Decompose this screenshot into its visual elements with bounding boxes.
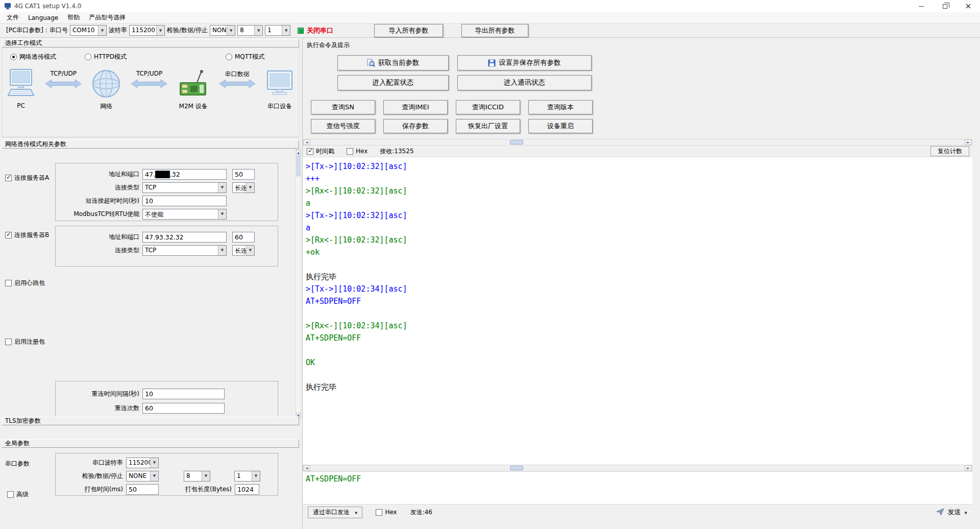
checkbox-checked-icon bbox=[5, 232, 12, 238]
save-params-button[interactable]: 保存参数 bbox=[383, 119, 448, 133]
scrollbar-thumb[interactable] bbox=[510, 466, 523, 470]
server-a-keepalive-select[interactable]: 长连接 bbox=[232, 182, 255, 193]
reconnect-count-input[interactable]: 60 bbox=[142, 403, 225, 414]
scroll-right-icon[interactable] bbox=[965, 465, 972, 471]
scroll-left-icon[interactable] bbox=[303, 465, 310, 471]
databits-select[interactable]: 8 bbox=[237, 25, 263, 36]
send-via-serial-button[interactable]: 通过串口发送 bbox=[308, 507, 362, 518]
chevron-down-icon[interactable] bbox=[246, 183, 254, 193]
topology-diagram: PC TCP/UDP bbox=[7, 69, 293, 111]
minimize-button[interactable] bbox=[910, 0, 933, 12]
chevron-down-icon[interactable] bbox=[254, 26, 262, 35]
baud-select[interactable]: 115200 bbox=[129, 25, 165, 36]
chevron-down-icon[interactable] bbox=[98, 26, 106, 35]
get-params-button[interactable]: 获取当前参数 bbox=[337, 55, 449, 70]
modbus-select[interactable]: 不使能 bbox=[142, 209, 227, 220]
global-parity-select[interactable]: NONE bbox=[126, 471, 159, 482]
global-baud-select[interactable]: 115200 bbox=[126, 458, 159, 468]
server-a-type-select[interactable]: TCP bbox=[142, 182, 227, 193]
chevron-down-icon[interactable] bbox=[202, 471, 210, 481]
chevron-down-icon[interactable] bbox=[218, 209, 226, 219]
menu-product-model[interactable]: 产品型号选择 bbox=[84, 12, 130, 23]
server-b-box: 地址和端口 47.93.32.32 60 连接类型 TCP 长连接 bbox=[55, 226, 278, 267]
reset-count-button[interactable]: 复位计数 bbox=[930, 146, 969, 156]
com-port-select[interactable]: COM10 bbox=[70, 25, 107, 36]
factory-reset-button[interactable]: 恢复出厂设置 bbox=[456, 119, 520, 133]
server-a-checkbox[interactable]: 连接服务器A bbox=[5, 174, 49, 182]
hex-display-checkbox[interactable]: Hex bbox=[347, 148, 368, 155]
server-b-port-input[interactable]: 60 bbox=[232, 232, 255, 243]
log-scrollbar-bottom[interactable] bbox=[303, 465, 972, 471]
reconnect-interval-input[interactable]: 10 bbox=[142, 389, 225, 399]
server-b-keepalive-select[interactable]: 长连接 bbox=[232, 245, 255, 256]
pack-len-input[interactable]: 1024 bbox=[235, 484, 259, 495]
restore-button[interactable] bbox=[933, 0, 957, 12]
log-line: 执行完毕 bbox=[306, 271, 971, 283]
workmode-section-header[interactable]: 选择工作模式 bbox=[2, 39, 299, 47]
heartbeat-checkbox[interactable]: 启用心跳包 bbox=[5, 279, 45, 287]
query-sn-button[interactable]: 查询SN bbox=[311, 100, 375, 114]
scroll-left-icon[interactable] bbox=[303, 139, 310, 145]
server-b-addr-label: 地址和端口 bbox=[57, 233, 142, 242]
global-stopbits-select[interactable]: 1 bbox=[234, 471, 260, 482]
register-packet-checkbox[interactable]: 启用注册包 bbox=[5, 338, 45, 346]
server-a-address-input[interactable]: 47.███.32 bbox=[142, 169, 227, 180]
bottom-spacer bbox=[303, 520, 972, 529]
send-input[interactable]: AT+SDPEN=OFF bbox=[303, 471, 972, 504]
stopbits-select[interactable]: 1 bbox=[265, 25, 290, 36]
enter-config-button[interactable]: 进入配置状态 bbox=[337, 75, 449, 90]
log-area[interactable]: >[Tx->][10:02:32][asc]+++>[Rx<-][10:02:3… bbox=[303, 157, 972, 465]
global-databits-select[interactable]: 8 bbox=[184, 471, 210, 482]
short-timeout-input[interactable]: 10 bbox=[142, 196, 227, 206]
scrollbar-thumb[interactable] bbox=[297, 156, 300, 176]
log-scrollbar-top[interactable] bbox=[303, 139, 972, 146]
radio-transparent-mode[interactable]: 网络透传模式 bbox=[10, 53, 56, 61]
import-params-button[interactable]: 导入所有参数 bbox=[374, 24, 443, 37]
chevron-down-icon[interactable] bbox=[150, 458, 158, 468]
left-panel-scrollbar[interactable] bbox=[296, 149, 301, 419]
chevron-down-icon[interactable] bbox=[246, 246, 254, 255]
pack-time-input[interactable]: 50 bbox=[126, 484, 159, 495]
net-params-section-header[interactable]: 网络透传模式相关参数 bbox=[2, 140, 299, 149]
global-section-header[interactable]: 全局参数 bbox=[2, 439, 299, 448]
sent-count: 发送:46 bbox=[410, 508, 432, 517]
scroll-right-icon[interactable] bbox=[965, 139, 972, 145]
send-hex-checkbox[interactable]: Hex bbox=[376, 509, 397, 516]
left-panel: 选择工作模式 网络透传模式 HTTPD模式 MQTT模式 bbox=[0, 38, 302, 529]
parity-select[interactable]: NONI bbox=[210, 25, 235, 36]
close-button[interactable] bbox=[957, 0, 980, 12]
scrollbar-thumb[interactable] bbox=[510, 140, 523, 145]
query-version-button[interactable]: 查询版本 bbox=[528, 100, 593, 114]
chevron-down-icon[interactable] bbox=[218, 246, 226, 255]
server-b-address-input[interactable]: 47.93.32.32 bbox=[142, 232, 227, 243]
timestamp-checkbox[interactable]: 时间戳 bbox=[307, 147, 334, 156]
set-save-params-button[interactable]: 设置并保存所有参数 bbox=[457, 55, 592, 70]
enter-comm-button[interactable]: 进入通讯状态 bbox=[457, 75, 592, 90]
chevron-down-icon[interactable] bbox=[282, 26, 290, 35]
pack-len-label: 打包长度(Bytes) bbox=[185, 485, 235, 494]
radio-mqtt-mode[interactable]: MQTT模式 bbox=[226, 53, 264, 61]
chevron-down-icon[interactable] bbox=[227, 26, 235, 35]
scroll-up-icon[interactable] bbox=[296, 150, 301, 155]
server-a-port-input[interactable]: 50 bbox=[232, 169, 255, 180]
chevron-down-icon[interactable] bbox=[252, 471, 260, 481]
chevron-down-icon[interactable] bbox=[156, 26, 164, 35]
menu-language[interactable]: Language bbox=[23, 13, 63, 22]
query-signal-button[interactable]: 查信号强度 bbox=[311, 119, 375, 133]
menu-help[interactable]: 帮助 bbox=[63, 12, 84, 23]
send-button[interactable]: 发送 bbox=[936, 508, 967, 517]
reboot-button[interactable]: 设备重启 bbox=[528, 119, 593, 133]
query-imei-button[interactable]: 查询IMEI bbox=[383, 100, 448, 114]
server-b-type-label: 连接类型 bbox=[57, 246, 142, 255]
query-iccid-button[interactable]: 查询ICCID bbox=[456, 100, 520, 114]
chevron-down-icon[interactable] bbox=[150, 471, 158, 481]
menu-file[interactable]: 文件 bbox=[2, 12, 23, 23]
advanced-checkbox[interactable]: 高级 bbox=[7, 490, 29, 499]
radio-httpd-mode[interactable]: HTTPD模式 bbox=[85, 53, 127, 61]
tls-section-header[interactable]: TLS加密参数 bbox=[2, 417, 299, 425]
server-b-type-select[interactable]: TCP bbox=[142, 245, 227, 256]
server-b-checkbox[interactable]: 连接服务器B bbox=[5, 231, 49, 239]
export-params-button[interactable]: 导出所有参数 bbox=[461, 24, 528, 37]
close-port-button[interactable]: 关闭串口 bbox=[298, 26, 333, 35]
chevron-down-icon[interactable] bbox=[218, 183, 226, 193]
